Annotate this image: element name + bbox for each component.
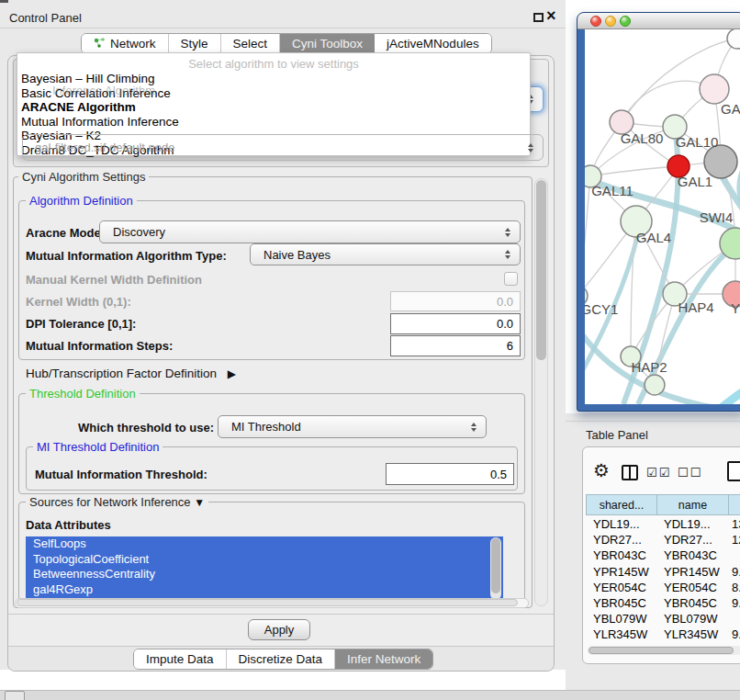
- table-row[interactable]: YBR045CYBR045C9.: [586, 595, 740, 611]
- algorithm-option[interactable]: Mutual Information Inference: [17, 115, 530, 130]
- data-attribute-item[interactable]: gal4RGexp: [26, 582, 503, 598]
- network-node-label: Y: [731, 300, 740, 316]
- which-threshold-combo[interactable]: MI Threshold: [218, 415, 487, 438]
- data-attribute-item[interactable]: BetweennessCentrality: [26, 567, 503, 582]
- titlebar-divider: [0, 28, 566, 28]
- corner-artifact: [0, 0, 8, 3]
- tab-jactivemnodules[interactable]: jActiveMNodules: [375, 34, 491, 53]
- cyni-mode-tabbar: Impute Data Discretize Data Infer Networ…: [133, 649, 433, 670]
- settings-scrollbar-thumb[interactable]: [536, 180, 546, 360]
- network-node-label: GAL11: [591, 183, 633, 198]
- mi-steps-field[interactable]: 6: [390, 335, 521, 356]
- table-cell: YPR145W: [586, 565, 656, 579]
- close-icon[interactable]: ×: [546, 6, 556, 26]
- table-cell: YDL19...: [656, 517, 728, 531]
- columns-icon[interactable]: [622, 465, 638, 480]
- network-node[interactable]: [700, 74, 729, 104]
- table-cell: 13: [728, 517, 740, 531]
- table-row[interactable]: YPR145WYPR145W9.: [586, 564, 740, 580]
- data-attribute-item[interactable]: SelfLoops: [26, 536, 503, 552]
- network-node-label: SWI4: [700, 209, 734, 225]
- network-node[interactable]: [645, 375, 665, 395]
- settings-group-title: Cyni Algorithm Settings: [18, 170, 149, 184]
- network-window-titlebar[interactable]: [577, 13, 740, 29]
- tab-network-label: Network: [110, 37, 156, 51]
- table-row[interactable]: YLR345WYLR345W9.: [586, 627, 740, 642]
- tab-cyni-toolbox[interactable]: Cyni Toolbox: [280, 34, 375, 53]
- mi-type-combo[interactable]: Naive Bayes: [250, 243, 521, 265]
- data-attributes-label: Data Attributes: [26, 518, 111, 532]
- network-node-label: GAL: [721, 101, 740, 117]
- settings-hscrollbar-thumb[interactable]: [17, 599, 518, 606]
- minimized-panel-button[interactable]: [5, 691, 25, 700]
- tab-style[interactable]: Style: [169, 34, 221, 53]
- table-cell: YER054C: [586, 581, 656, 594]
- sources-group-title[interactable]: Sources for Network Inference ▼: [26, 495, 208, 509]
- attributes-scrollbar-thumb[interactable]: [491, 538, 500, 593]
- gear-icon[interactable]: ⚙: [593, 459, 610, 481]
- table-cell: YBL079W: [586, 612, 656, 626]
- divider: [8, 614, 554, 615]
- tab-network[interactable]: Network: [82, 34, 169, 53]
- network-edge[interactable]: [713, 386, 740, 404]
- kernel-width-label: Kernel Width (0,1):: [26, 295, 131, 309]
- traffic-light-zoom-icon[interactable]: [620, 16, 631, 27]
- which-threshold-label: Which threshold to use:: [78, 421, 214, 435]
- network-node-label: HAP4: [678, 299, 713, 315]
- table-row[interactable]: YER054CYER054C8.: [586, 580, 740, 595]
- control-panel-tabbar: Network Style Select Cyni Toolbox jActiv…: [81, 33, 492, 54]
- kernel-width-field[interactable]: 0.0: [390, 291, 521, 311]
- table-cell: 0.: [728, 644, 740, 645]
- tab-discretize-data[interactable]: Discretize Data: [227, 649, 336, 669]
- table-cell: YER054C: [656, 581, 728, 594]
- mi-steps-label: Mutual Information Steps:: [26, 339, 173, 353]
- table-header-name[interactable]: name: [656, 494, 729, 515]
- network-node-label: GAL4: [636, 230, 671, 245]
- table-row[interactable]: YDL19...YDL19...13: [586, 516, 740, 532]
- table-row[interactable]: YIL052CYIL052C0.: [586, 643, 740, 646]
- table-header-partial[interactable]: [728, 494, 740, 515]
- algorithm-option[interactable]: ARACNE Algorithm: [17, 100, 530, 115]
- network-edge[interactable]: [590, 166, 678, 176]
- traffic-light-minimize-icon[interactable]: [605, 16, 616, 27]
- aracne-mode-combo[interactable]: Discovery: [99, 220, 521, 243]
- network-canvas[interactable]: GALGAL80GAL10GAL1GAL11GAL4SWI4GCY1HAP4YH…: [585, 29, 740, 404]
- network-node-label: GAL1: [678, 174, 712, 189]
- table-row[interactable]: YBL079WYBL079W: [586, 611, 740, 627]
- tab-infer-network[interactable]: Infer Network: [335, 649, 432, 669]
- dpi-tolerance-field[interactable]: 0.0: [390, 313, 521, 334]
- hub-definition-toggle[interactable]: Hub/Transcription Factor Definition ▶: [26, 367, 236, 380]
- table-body: YDL19...YDL19...13YDR27...YDR27...12YBR0…: [586, 516, 740, 645]
- tab-impute-data[interactable]: Impute Data: [134, 649, 227, 669]
- algorithm-placeholder: Select algorithm to view settings: [17, 53, 530, 72]
- checked-boxes-icon[interactable]: ☑☑: [646, 466, 671, 480]
- traffic-light-close-icon[interactable]: [590, 16, 601, 27]
- table-cell: YBL079W: [656, 612, 728, 626]
- tab-select[interactable]: Select: [221, 34, 281, 53]
- collapse-arrow-icon: ▶: [228, 367, 236, 380]
- table-cell: YDR27...: [656, 533, 728, 547]
- table-cell: 12: [728, 533, 740, 547]
- network-node-label: GAL10: [676, 134, 719, 150]
- network-edge[interactable]: [585, 176, 590, 296]
- table-hscrollbar-thumb[interactable]: [589, 647, 734, 654]
- status-bar: [0, 690, 740, 700]
- network-data-combo[interactable]: gal-filtered.sif default node: [22, 134, 544, 161]
- network-node[interactable]: [727, 29, 740, 49]
- table-row[interactable]: YBR043CYBR043C: [586, 548, 740, 563]
- mi-threshold-field[interactable]: 0.5: [386, 463, 514, 485]
- float-window-icon[interactable]: [533, 13, 544, 22]
- apply-button[interactable]: Apply: [248, 619, 310, 640]
- mi-type-label: Mutual Information Algorithm Type:: [26, 249, 227, 263]
- network-svg[interactable]: GALGAL80GAL10GAL1GAL11GAL4SWI4GCY1HAP4YH…: [585, 29, 740, 404]
- manual-kernel-label: Manual Kernel Width Definition: [26, 273, 202, 287]
- unchecked-boxes-icon[interactable]: ☐☐: [678, 466, 702, 480]
- document-icon[interactable]: [727, 461, 740, 481]
- data-attribute-item[interactable]: TopologicalCoefficient: [26, 552, 503, 568]
- table-header-shared-name[interactable]: shared...: [586, 494, 657, 515]
- manual-kernel-checkbox[interactable]: [504, 272, 518, 286]
- aracne-mode-label: Aracne Mode:: [26, 226, 105, 240]
- table-cell: YDL19...: [586, 517, 656, 531]
- table-row[interactable]: YDR27...YDR27...12: [586, 532, 740, 548]
- algorithm-definition-title: Algorithm Definition: [26, 194, 137, 208]
